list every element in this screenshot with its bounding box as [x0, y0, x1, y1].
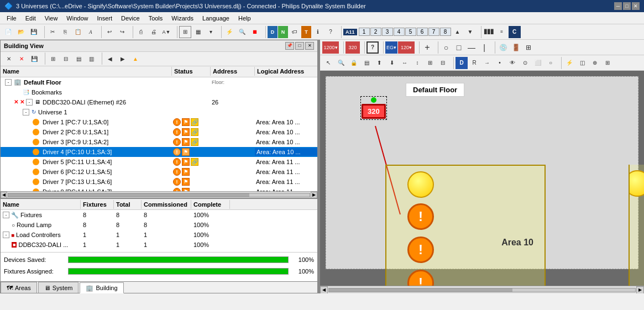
eye-tool-btn[interactable]: 👁	[506, 57, 519, 69]
t-btn[interactable]: T	[301, 26, 311, 38]
panel-tb-save[interactable]: 💾	[28, 52, 40, 65]
menu-language[interactable]: Language	[198, 14, 234, 23]
canvas-scrollbar-h[interactable]: ◀ ▶	[320, 286, 644, 293]
menu-device[interactable]: Device	[117, 14, 144, 23]
zoom-in-btn[interactable]: 1200▾	[322, 41, 339, 54]
num3-btn[interactable]: 3	[382, 28, 393, 36]
ungroup-btn[interactable]: ⊟	[437, 57, 449, 69]
arrow-tool-btn[interactable]: →	[481, 57, 493, 69]
panel-tb-expand[interactable]: ⊞	[47, 52, 59, 65]
tab-system[interactable]: 🖥 System	[38, 282, 79, 293]
select-area-btn[interactable]: ⬜	[532, 57, 544, 69]
stats-row-controllers[interactable]: - ■ Load Controllers 1 1 1 100%	[1, 230, 317, 240]
tree-row[interactable]: - ↻ Universe 1	[1, 107, 317, 117]
i-btn[interactable]: ℹ	[312, 26, 324, 38]
num2-btn[interactable]: 2	[370, 28, 381, 36]
layers-btn[interactable]: ▤	[360, 57, 373, 69]
vert-line-btn[interactable]: |	[478, 41, 490, 54]
tree-row[interactable]: Driver 3 [PC:9 U:1,SA:2] ! ⚑ 🔗 Area: Are…	[1, 137, 317, 147]
cursor-btn[interactable]: ↖	[322, 57, 334, 69]
expand-controllers-btn[interactable]: -	[3, 232, 9, 238]
num1-btn[interactable]: 1	[359, 28, 370, 36]
eg-btn[interactable]: EG▾	[385, 41, 397, 54]
canvas-scroll-left[interactable]: ◀	[320, 286, 328, 294]
dot-tool-btn[interactable]: •	[494, 57, 506, 69]
save-button[interactable]: 💾	[28, 26, 40, 38]
lock-btn[interactable]: 🔒	[348, 57, 360, 69]
print2-button[interactable]: 🖨	[148, 26, 160, 38]
line-tool-btn[interactable]: —	[465, 41, 478, 54]
tree-row[interactable]: 📑 Bookmarks	[1, 87, 317, 97]
rect-tool-btn[interactable]: □	[453, 41, 465, 54]
view3-button[interactable]: ▾	[205, 26, 217, 38]
tree-row[interactable]: Driver 2 [PC:8 U:1,SA:1] ! ⚑ 🔗 Area: Are…	[1, 127, 317, 137]
panel-tb-collapse[interactable]: ⊟	[60, 52, 72, 65]
magnet-btn[interactable]: ⊙	[519, 57, 531, 69]
network-btn[interactable]: N	[278, 26, 288, 38]
menu-file[interactable]: File	[2, 14, 21, 23]
panel-tb-arrow[interactable]: ◀	[104, 52, 116, 65]
tree-row[interactable]: Driver 6 [PC:12 U:1,SA:5] ! ⚑ Area: Area…	[1, 167, 317, 177]
new-button[interactable]: 📄	[2, 26, 14, 38]
warning-fixture-2[interactable]: !	[407, 203, 434, 230]
panel-tb-view[interactable]: ▤	[72, 52, 85, 65]
group-btn[interactable]: ⊞	[424, 57, 436, 69]
tree-row[interactable]: Driver 8 [PC:14 U:1,SA:7] ! ⚑ Area: Area…	[1, 187, 317, 191]
print3-button[interactable]: A▼	[160, 26, 172, 38]
flip-v-btn[interactable]: ↕	[411, 57, 423, 69]
tab-building[interactable]: 🏢 Building	[80, 282, 123, 293]
open-button[interactable]: 📂	[15, 26, 27, 38]
tree-row[interactable]: Driver 5 [PC:11 U:1,SA:4] ! ⚑ 🔗 Area: Ar…	[1, 157, 317, 167]
panel-float-button[interactable]: □	[295, 42, 304, 50]
flash-btn[interactable]: ⚡	[563, 57, 575, 69]
warning-fixture-3[interactable]: !	[407, 237, 434, 263]
lamp-fixture-1[interactable]	[407, 171, 434, 198]
circle-tool-btn[interactable]: ○	[440, 41, 452, 54]
stats-row-lamp[interactable]: ○ Round Lamp 8 8 8 100%	[1, 220, 317, 230]
default-floor-label[interactable]: Default Floor	[406, 83, 464, 97]
menu-wizards[interactable]: Wizards	[167, 14, 198, 23]
menu-edit[interactable]: Edit	[21, 14, 40, 23]
maximize-button[interactable]: □	[623, 2, 631, 10]
area10-box[interactable]: Area 10 ! ! !	[385, 165, 546, 286]
canvas-scroll-right[interactable]: ▶	[636, 286, 644, 294]
plus-sq-btn[interactable]: ⊞	[522, 41, 535, 54]
help-btn[interactable]: ?	[366, 41, 379, 54]
d-tool-btn[interactable]: D	[455, 57, 468, 69]
dynalite-btn[interactable]: D	[268, 26, 278, 38]
menu-help[interactable]: Help	[234, 14, 255, 23]
paste-button[interactable]: 📋	[72, 26, 84, 38]
tree-row-selected[interactable]: Driver 4 [PC:10 U:1,SA:3] ! ⚑ Area: Area…	[1, 147, 317, 157]
undo-button[interactable]: ↩	[103, 26, 116, 38]
stats-row-dali[interactable]: ■ DDBC320-DALI ... 1 1 1 100%	[1, 240, 317, 250]
cd-btn[interactable]: 💿	[497, 41, 509, 54]
format-button[interactable]: 𝐴	[85, 26, 97, 38]
stats-row-fixtures[interactable]: - 🔧 Fixtures 8 8 8 100%	[1, 210, 317, 220]
send-back-btn[interactable]: ⬇	[386, 57, 398, 69]
tree-row[interactable]: Driver 7 [PC:13 U:1,SA:6] ! ⚑ Area: Area…	[1, 177, 317, 187]
num5-btn[interactable]: 5	[405, 28, 416, 36]
menu-window[interactable]: Window	[62, 14, 92, 23]
canvas-area[interactable]: Default Floor 320 Area 10 !	[320, 71, 644, 286]
controller-box[interactable]: 320	[362, 104, 386, 119]
panel-tb-x2[interactable]: ✕	[15, 52, 28, 65]
cut-button[interactable]: ✂	[46, 26, 59, 38]
r-tool-btn[interactable]: R	[468, 57, 480, 69]
tree-scrollbar-h[interactable]: ◀ ▶	[1, 191, 317, 198]
col-address-header[interactable]: Address	[211, 67, 255, 76]
scroll-left-btn[interactable]: ◀	[1, 192, 7, 198]
tb-extra1[interactable]: ◫	[576, 57, 588, 69]
panel-tb-warn[interactable]: ▲	[129, 52, 142, 65]
help-q-btn[interactable]: ?	[324, 26, 337, 38]
zoom-out-btn[interactable]: 320	[345, 41, 360, 54]
tab-areas[interactable]: 🗺 Areas	[1, 282, 37, 293]
expand-univ-btn[interactable]: -	[23, 109, 29, 115]
view1-button[interactable]: ⊞	[179, 26, 191, 38]
discover-button[interactable]: 🔍	[236, 26, 248, 38]
panel-tb-x1[interactable]: ✕	[3, 52, 15, 65]
stop-button[interactable]: ⏹	[249, 26, 261, 38]
panel-pin-button[interactable]: 📌	[285, 42, 294, 50]
num7-btn[interactable]: 7	[428, 28, 439, 36]
connect-button[interactable]: ⚡	[223, 26, 235, 38]
zoom-tool-btn[interactable]: 🔍	[335, 57, 347, 69]
